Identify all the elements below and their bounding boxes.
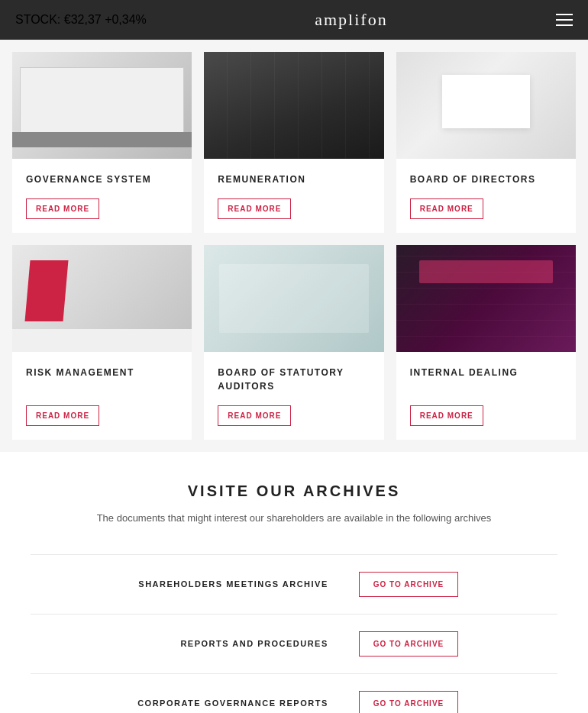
archives-section: VISITE OUR ARCHIVES The documents that m…	[0, 452, 588, 713]
cards-section: GOVERNANCE SYSTEM READ MORE REMUNERATION…	[0, 40, 588, 440]
stock-label: STOCK:	[15, 13, 60, 26]
stock-info: STOCK: €32,37 +0,34%	[15, 13, 147, 27]
card-board-statutory-auditors-title: BOARD OF STATUTORY AUDITORS	[218, 366, 370, 393]
menu-icon[interactable]	[556, 14, 573, 26]
hamburger-line	[556, 14, 573, 15]
card-risk-management: RISK MANAGEMENT READ MORE	[12, 245, 192, 440]
card-remuneration-image	[204, 52, 383, 159]
card-board-statutory-auditors-read-more[interactable]: READ MORE	[218, 405, 291, 426]
card-remuneration: REMUNERATION READ MORE	[204, 52, 383, 233]
archive-corporate-governance-label: CORPORATE GOVERNANCE REPORTS	[130, 698, 328, 708]
archives-title: VISITE OUR ARCHIVES	[31, 482, 557, 500]
card-risk-management-body: RISK MANAGEMENT READ MORE	[12, 352, 192, 440]
card-board-statutory-auditors-body: BOARD OF STATUTORY AUDITORS READ MORE	[204, 352, 383, 440]
card-governance-system-body: GOVERNANCE SYSTEM READ MORE	[12, 159, 192, 233]
archive-reports-label: REPORTS AND PROCEDURES	[130, 639, 328, 648]
stock-change: +0,34%	[105, 13, 147, 26]
cards-row-2: RISK MANAGEMENT READ MORE BOARD OF STATU…	[12, 245, 576, 440]
card-internal-dealing: INTERNAL DEALING READ MORE	[396, 245, 576, 440]
card-remuneration-title: REMUNERATION	[218, 173, 370, 186]
hamburger-line	[556, 19, 573, 21]
hamburger-line	[556, 24, 573, 26]
card-board-of-directors-image	[396, 52, 576, 159]
card-board-statutory-auditors-image	[204, 245, 383, 352]
card-internal-dealing-body: INTERNAL DEALING READ MORE	[396, 352, 576, 440]
archive-row-corporate-governance: CORPORATE GOVERNANCE REPORTS GO TO ARCHI…	[31, 674, 557, 713]
header: STOCK: €32,37 +0,34% amplifon	[0, 0, 588, 40]
archive-shareholders-button[interactable]: GO TO ARCHIVE	[359, 572, 458, 597]
archive-row-reports: REPORTS AND PROCEDURES GO TO ARCHIVE	[31, 615, 557, 674]
cards-row-1: GOVERNANCE SYSTEM READ MORE REMUNERATION…	[12, 52, 576, 233]
card-remuneration-read-more[interactable]: READ MORE	[218, 198, 291, 219]
card-risk-management-title: RISK MANAGEMENT	[26, 366, 178, 379]
card-board-of-directors: BOARD OF DIRECTORS READ MORE	[396, 52, 576, 233]
card-risk-management-read-more[interactable]: READ MORE	[26, 405, 99, 426]
archive-corporate-governance-button[interactable]: GO TO ARCHIVE	[359, 691, 458, 713]
archive-reports-button[interactable]: GO TO ARCHIVE	[359, 631, 458, 657]
card-risk-management-image	[12, 245, 192, 352]
card-governance-system-title: GOVERNANCE SYSTEM	[26, 173, 178, 186]
card-remuneration-body: REMUNERATION READ MORE	[204, 159, 383, 233]
card-governance-system-read-more[interactable]: READ MORE	[26, 198, 99, 219]
card-board-statutory-auditors: BOARD OF STATUTORY AUDITORS READ MORE	[204, 245, 383, 440]
card-board-of-directors-read-more[interactable]: READ MORE	[410, 198, 483, 219]
card-internal-dealing-read-more[interactable]: READ MORE	[410, 405, 483, 426]
card-board-of-directors-body: BOARD OF DIRECTORS READ MORE	[396, 159, 576, 233]
card-governance-system-image	[12, 52, 192, 159]
card-board-of-directors-title: BOARD OF DIRECTORS	[410, 173, 562, 186]
archive-shareholders-label: SHAREHOLDERS MEETINGS ARCHIVE	[130, 579, 328, 589]
stock-value: €32,37	[64, 13, 102, 26]
card-internal-dealing-image	[396, 245, 576, 352]
card-governance-system: GOVERNANCE SYSTEM READ MORE	[12, 52, 192, 233]
site-logo: amplifon	[315, 10, 387, 30]
archives-subtitle: The documents that might interest our sh…	[31, 511, 557, 527]
archive-row-shareholders: SHAREHOLDERS MEETINGS ARCHIVE GO TO ARCH…	[31, 554, 557, 615]
card-internal-dealing-title: INTERNAL DEALING	[410, 366, 562, 379]
